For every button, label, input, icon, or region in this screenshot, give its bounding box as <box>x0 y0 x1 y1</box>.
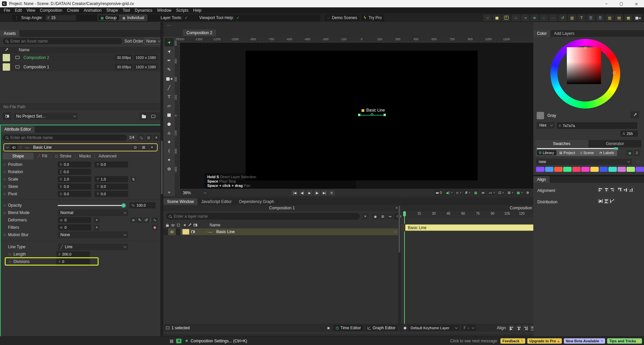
grid2-icon[interactable]: ▦ <box>624 14 633 21</box>
arc-tool[interactable]: ( <box>164 146 174 155</box>
frame-icon[interactable]: F <box>502 14 511 21</box>
box-icon[interactable]: ■ <box>493 14 501 21</box>
blend-mode-dropdown[interactable]: Normal <box>58 209 128 216</box>
status-hint[interactable]: Click to see next message <box>450 339 497 343</box>
swatch-4[interactable] <box>572 167 581 172</box>
close-button[interactable]: × <box>629 0 644 7</box>
list-view-button[interactable]: ☰ <box>634 150 640 156</box>
library-tab[interactable]: ⅢLibrary <box>537 150 556 155</box>
scene-tab[interactable]: ▯Scene <box>578 150 596 155</box>
viewport-canvas[interactable]: Basic Line Hold S Direct Layer Selection… <box>180 43 533 189</box>
project-set-dropdown[interactable]: No Project Set... <box>13 113 78 120</box>
go-to-end-button[interactable]: ▶| <box>321 190 327 196</box>
menu-file[interactable]: File <box>1 8 12 13</box>
tab-viewport-composition-2[interactable]: Composition 2 <box>183 29 216 36</box>
feedback-button[interactable]: Feedback✎ <box>500 338 525 344</box>
keyframe-toggle[interactable] <box>3 234 6 236</box>
trail-arrow-icon[interactable]: ⇢ <box>521 14 529 21</box>
opacity-slider[interactable] <box>58 205 125 206</box>
deformer-list-icon[interactable]: ≡ <box>130 217 136 223</box>
close-scene-button[interactable]: × <box>395 206 398 210</box>
wave-icon[interactable]: ∿ <box>152 217 158 223</box>
tab-stroke[interactable]: Stroke <box>60 154 71 158</box>
panel-divider[interactable] <box>0 125 160 125</box>
keyframe-toggle[interactable] <box>9 261 11 263</box>
tab-assets[interactable]: Assets <box>0 30 19 37</box>
align-bottom-button[interactable] <box>629 187 634 192</box>
collapse-chevron-icon[interactable] <box>6 145 9 148</box>
filter-dot-icon[interactable] <box>152 225 158 230</box>
play-button[interactable]: ▶ <box>306 190 313 196</box>
layer-search-input[interactable] <box>174 214 357 219</box>
position-y-field[interactable]: Y0.0 <box>95 161 128 167</box>
add-deformer-button[interactable]: + <box>94 217 100 223</box>
rows-icon[interactable]: ▤ <box>615 14 623 21</box>
camera-tool[interactable]: ■◂ <box>164 74 174 83</box>
pivot-y-field[interactable]: Y0.0 <box>95 191 128 197</box>
layer-tools-checkbox[interactable]: ✓ <box>184 15 188 20</box>
render-cam-icon[interactable]: ■◂ <box>634 14 642 21</box>
rotation-z-field[interactable]: Z0.0 <box>58 169 91 175</box>
swatch-set-dropdown[interactable]: new <box>536 159 632 165</box>
render-frame-counter[interactable]: ▬0 <box>434 190 443 196</box>
new-beta-button[interactable]: New Beta Available✦ <box>564 338 605 344</box>
tab-dependency-graph[interactable]: Dependency Graph <box>235 198 278 205</box>
polygon-tool[interactable]: ⌂ <box>164 128 174 137</box>
message-count-badge[interactable]: 4 <box>176 339 181 343</box>
align-bars-icon[interactable]: ≡ <box>530 14 539 21</box>
menu-scripts[interactable]: Scripts <box>174 8 191 13</box>
filters-field[interactable]: ≡0 <box>58 224 91 230</box>
tab-color[interactable]: Color <box>533 30 550 37</box>
rectangle-tool[interactable]: ■ <box>164 110 174 119</box>
ellipsis-dots-icon[interactable]: ⋯ <box>549 14 557 21</box>
hue-cursor[interactable] <box>613 71 616 74</box>
alpha-slider[interactable] <box>537 148 617 149</box>
asset-search-input[interactable] <box>10 39 119 44</box>
project-icon-button[interactable] <box>3 112 11 120</box>
add-filter-button[interactable]: + <box>94 225 100 230</box>
visibility-button[interactable] <box>10 145 17 150</box>
swatch-11[interactable] <box>636 167 644 172</box>
skew-y-field[interactable]: Y0.0 <box>95 184 128 190</box>
close-attribute-button[interactable]: × <box>149 145 155 150</box>
clear-search-button[interactable]: × <box>153 135 160 141</box>
snap-angle-field[interactable]: # 15 <box>45 15 76 20</box>
tab-fill[interactable]: Fill <box>42 154 47 158</box>
layer-keyframe-indicator[interactable] <box>394 231 396 233</box>
onion-skin-button[interactable]: ◉ <box>372 213 379 219</box>
keyframe-bars2-icon[interactable]: ☰ <box>596 14 604 21</box>
status-message[interactable]: Composition Settings... (Ctrl+K) <box>191 339 247 343</box>
menu-dynamics[interactable]: Dynamics <box>132 8 155 13</box>
pivot-handle[interactable] <box>371 113 373 116</box>
align-center-h-button[interactable] <box>603 187 608 192</box>
go-to-start-button[interactable]: |◀ <box>291 190 298 196</box>
asset-row-composition-1[interactable]: Composition 130.00fps1920 x 1080 <box>0 62 160 71</box>
swatch-1[interactable] <box>545 167 553 172</box>
keyframe-toggle[interactable] <box>3 212 6 214</box>
length-field[interactable]: #200.0 <box>56 251 90 257</box>
object-label[interactable]: Basic Line <box>366 108 385 113</box>
tab-scene-window[interactable]: Scene Window <box>163 198 198 205</box>
align-right-button[interactable] <box>609 187 614 192</box>
tips-tricks-button[interactable]: Tips and Tricks● <box>607 338 642 344</box>
isolate-button[interactable]: ⊞ <box>141 145 147 150</box>
step-forward-button[interactable]: |▶ <box>314 190 320 196</box>
sv-cursor[interactable] <box>584 47 587 50</box>
eyedropper-button[interactable] <box>631 111 639 119</box>
tab-align[interactable]: Align <box>533 176 550 183</box>
tab-attribute-editor[interactable]: Attribute Editor <box>1 126 35 133</box>
scrollbar-thumb[interactable] <box>398 206 400 253</box>
swatch-8[interactable] <box>608 167 617 172</box>
grid-button[interactable]: # <box>464 190 471 196</box>
keyframe-toggle[interactable] <box>3 171 6 173</box>
swatch-2[interactable] <box>554 167 562 172</box>
pencil-tool[interactable]: ✎ <box>164 65 174 74</box>
viewport-tool-help-checkbox[interactable]: ✓ <box>236 15 239 20</box>
align-left-button[interactable] <box>598 187 603 192</box>
tab-shape[interactable]: Shape <box>3 153 34 159</box>
swatch-0[interactable] <box>536 167 544 172</box>
cycle-icon[interactable]: ↺ <box>558 14 567 21</box>
keyframe-layer-dropdown[interactable]: Default Keyframe Layer <box>408 325 459 331</box>
tab-advanced[interactable]: Advanced <box>99 154 116 158</box>
keyframe-bars-icon[interactable]: ☰ <box>587 14 595 21</box>
